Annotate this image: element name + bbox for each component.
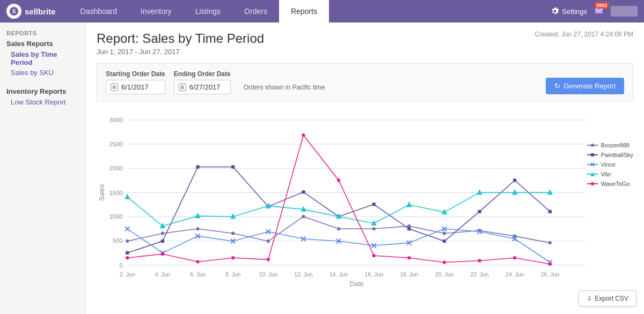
svg-point-109 — [548, 263, 552, 266]
chart-svg: 0 500 1000 1500 2000 2500 3000 Sales 2. … — [97, 110, 633, 292]
svg-text:Date: Date — [349, 280, 363, 288]
svg-text:4. Jun: 4. Jun — [155, 272, 171, 278]
svg-text:24. Jun: 24. Jun — [506, 272, 524, 278]
chart-legend: Boozer888 PaintballSky Vince Vito WaveTo… — [587, 142, 633, 187]
legend-label-vito: Vito — [601, 171, 611, 177]
svg-point-36 — [267, 240, 270, 243]
export-csv-button[interactable]: ⇩ Export CSV — [579, 290, 636, 306]
svg-point-111 — [591, 144, 594, 147]
svg-point-99 — [196, 260, 199, 263]
svg-point-32 — [126, 240, 129, 243]
report-date-range: Jun 1, 2017 - Jun 27, 2017 — [97, 48, 180, 56]
settings-button[interactable]: Settings — [551, 7, 587, 16]
svg-rect-2 — [595, 8, 603, 13]
svg-text:S: S — [12, 9, 16, 14]
nav-items: Dashboard Inventory Listings Orders Repo… — [69, 0, 551, 23]
download-icon: ⇩ — [587, 295, 592, 302]
pacific-time-note: Orders shown in Pacific time — [244, 84, 325, 91]
user-avatar[interactable] — [611, 6, 638, 17]
main-layout: REPORTS Sales Reports Sales by Time Peri… — [0, 23, 644, 314]
svg-point-38 — [337, 227, 340, 230]
legend-item-vince: Vince — [587, 161, 633, 168]
legend-label-paintball: PaintballSky — [601, 152, 633, 158]
start-date-input[interactable]: ▦ 6/1/2017 — [106, 80, 165, 94]
nav-item-dashboard[interactable]: Dashboard — [69, 0, 129, 23]
filter-bar: Starting Order Date ▦ 6/1/2017 Ending Or… — [97, 63, 633, 101]
svg-point-106 — [443, 260, 446, 264]
svg-text:10. Jun: 10. Jun — [259, 272, 277, 278]
svg-text:Sales: Sales — [98, 184, 106, 201]
sidebar-link-low-stock[interactable]: Low Stock Report — [6, 97, 79, 107]
svg-point-33 — [161, 231, 164, 235]
svg-rect-50 — [302, 190, 305, 193]
svg-text:3000: 3000 — [109, 117, 123, 123]
svg-point-103 — [337, 178, 340, 182]
created-info: Created: Jun 27, 2017 4:24:06 PM — [535, 31, 633, 38]
svg-point-104 — [372, 254, 376, 257]
svg-point-120 — [591, 182, 594, 185]
legend-item-boozer: Boozer888 — [587, 142, 633, 148]
svg-rect-45 — [126, 251, 129, 255]
svg-marker-96 — [547, 189, 553, 195]
generate-label: Generate Report — [564, 82, 616, 90]
svg-text:2. Jun: 2. Jun — [120, 272, 135, 278]
svg-rect-55 — [478, 210, 481, 213]
calendar-icon-start: ▦ — [111, 84, 118, 91]
chart-container: 0 500 1000 1500 2000 2500 3000 Sales 2. … — [97, 110, 633, 292]
legend-item-wavetogo: WaveToGo — [587, 181, 633, 187]
sidebar-link-sales-by-sku[interactable]: Sales by SKU — [6, 68, 79, 78]
svg-rect-57 — [548, 210, 552, 213]
end-date-input[interactable]: ▦ 6/27/2017 — [174, 80, 231, 94]
svg-marker-86 — [195, 213, 200, 218]
main-content: Report: Sales by Time Period Jun 1, 2017… — [86, 23, 644, 314]
svg-point-100 — [231, 256, 235, 259]
sidebar-link-sales-by-time[interactable]: Sales by Time Period — [6, 49, 79, 68]
start-date-value: 6/1/2017 — [121, 83, 149, 91]
sidebar: REPORTS Sales Reports Sales by Time Peri… — [0, 23, 86, 314]
refresh-icon: ↻ — [554, 82, 560, 90]
legend-item-paintball: PaintballSky — [587, 152, 633, 158]
start-date-group: Starting Order Date ▦ 6/1/2017 — [106, 70, 165, 94]
nav-right: Settings 3802 — [551, 5, 638, 18]
sidebar-group-inventory: Inventory Reports — [6, 87, 79, 95]
nav-item-reports[interactable]: Reports — [279, 0, 329, 23]
svg-text:14. Jun: 14. Jun — [330, 272, 348, 278]
calendar-icon-end: ▦ — [179, 84, 186, 91]
svg-rect-48 — [231, 165, 235, 168]
logo[interactable]: S sellbrite — [6, 4, 56, 19]
legend-label-wavetogo: WaveToGo — [601, 181, 630, 187]
svg-marker-84 — [125, 193, 130, 199]
svg-point-102 — [302, 133, 305, 137]
notification-button[interactable]: 3802 — [594, 5, 604, 18]
svg-text:12. Jun: 12. Jun — [294, 272, 312, 278]
svg-point-35 — [231, 231, 235, 235]
legend-label-boozer: Boozer888 — [601, 142, 629, 148]
nav-item-listings[interactable]: Listings — [184, 0, 232, 23]
svg-rect-53 — [407, 227, 411, 230]
gear-icon — [551, 7, 559, 16]
svg-point-105 — [407, 256, 411, 259]
sidebar-section-title: REPORTS — [6, 30, 79, 36]
svg-rect-46 — [161, 240, 164, 243]
svg-text:0: 0 — [120, 262, 123, 268]
svg-text:500: 500 — [113, 237, 123, 244]
svg-rect-52 — [372, 203, 376, 206]
nav-item-orders[interactable]: Orders — [232, 0, 279, 23]
svg-rect-47 — [196, 165, 199, 168]
avatar-placeholder — [611, 6, 638, 17]
svg-point-34 — [196, 227, 199, 230]
nav-item-inventory[interactable]: Inventory — [129, 0, 184, 23]
svg-text:18. Jun: 18. Jun — [400, 272, 418, 278]
end-date-label: Ending Order Date — [174, 70, 231, 78]
svg-rect-54 — [443, 240, 446, 243]
legend-item-vito: Vito — [587, 171, 633, 177]
logo-text: sellbrite — [25, 7, 56, 16]
generate-report-button[interactable]: ↻ Generate Report — [546, 78, 624, 94]
svg-marker-94 — [477, 189, 482, 195]
svg-text:1000: 1000 — [109, 213, 123, 220]
end-date-group: Ending Order Date ▦ 6/27/2017 — [174, 70, 231, 94]
svg-point-98 — [161, 252, 164, 256]
svg-text:1500: 1500 — [109, 190, 123, 196]
export-label: Export CSV — [595, 295, 628, 302]
legend-label-vince: Vince — [601, 161, 615, 168]
